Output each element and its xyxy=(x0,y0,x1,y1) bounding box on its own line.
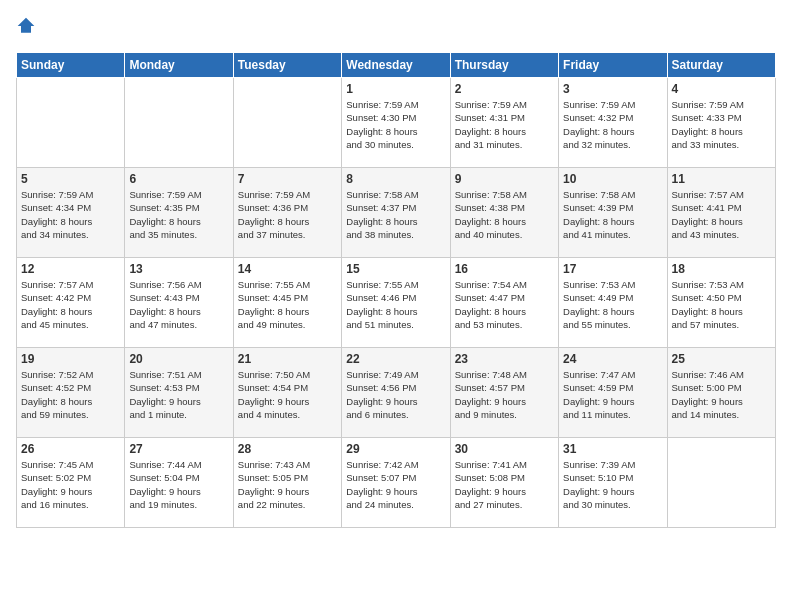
day-number: 11 xyxy=(672,172,771,186)
day-number: 7 xyxy=(238,172,337,186)
day-info: Sunrise: 7:49 AM Sunset: 4:56 PM Dayligh… xyxy=(346,368,445,421)
day-info: Sunrise: 7:55 AM Sunset: 4:45 PM Dayligh… xyxy=(238,278,337,331)
calendar-cell: 20Sunrise: 7:51 AM Sunset: 4:53 PM Dayli… xyxy=(125,348,233,438)
svg-marker-0 xyxy=(18,18,35,33)
day-number: 14 xyxy=(238,262,337,276)
day-number: 9 xyxy=(455,172,554,186)
calendar-cell xyxy=(233,78,341,168)
calendar-cell: 7Sunrise: 7:59 AM Sunset: 4:36 PM Daylig… xyxy=(233,168,341,258)
day-number: 26 xyxy=(21,442,120,456)
day-number: 12 xyxy=(21,262,120,276)
day-number: 8 xyxy=(346,172,445,186)
calendar-cell: 27Sunrise: 7:44 AM Sunset: 5:04 PM Dayli… xyxy=(125,438,233,528)
day-info: Sunrise: 7:59 AM Sunset: 4:33 PM Dayligh… xyxy=(672,98,771,151)
calendar-cell: 2Sunrise: 7:59 AM Sunset: 4:31 PM Daylig… xyxy=(450,78,558,168)
day-info: Sunrise: 7:59 AM Sunset: 4:35 PM Dayligh… xyxy=(129,188,228,241)
calendar-cell: 29Sunrise: 7:42 AM Sunset: 5:07 PM Dayli… xyxy=(342,438,450,528)
calendar-week-4: 19Sunrise: 7:52 AM Sunset: 4:52 PM Dayli… xyxy=(17,348,776,438)
calendar-cell: 26Sunrise: 7:45 AM Sunset: 5:02 PM Dayli… xyxy=(17,438,125,528)
day-number: 23 xyxy=(455,352,554,366)
day-number: 3 xyxy=(563,82,662,96)
calendar-cell: 24Sunrise: 7:47 AM Sunset: 4:59 PM Dayli… xyxy=(559,348,667,438)
day-info: Sunrise: 7:50 AM Sunset: 4:54 PM Dayligh… xyxy=(238,368,337,421)
day-number: 21 xyxy=(238,352,337,366)
logo-icon xyxy=(16,16,36,36)
day-info: Sunrise: 7:58 AM Sunset: 4:39 PM Dayligh… xyxy=(563,188,662,241)
logo xyxy=(16,16,40,40)
day-info: Sunrise: 7:59 AM Sunset: 4:34 PM Dayligh… xyxy=(21,188,120,241)
calendar-cell: 25Sunrise: 7:46 AM Sunset: 5:00 PM Dayli… xyxy=(667,348,775,438)
day-info: Sunrise: 7:56 AM Sunset: 4:43 PM Dayligh… xyxy=(129,278,228,331)
calendar-cell: 6Sunrise: 7:59 AM Sunset: 4:35 PM Daylig… xyxy=(125,168,233,258)
day-info: Sunrise: 7:59 AM Sunset: 4:32 PM Dayligh… xyxy=(563,98,662,151)
day-info: Sunrise: 7:52 AM Sunset: 4:52 PM Dayligh… xyxy=(21,368,120,421)
calendar-cell: 28Sunrise: 7:43 AM Sunset: 5:05 PM Dayli… xyxy=(233,438,341,528)
weekday-monday: Monday xyxy=(125,53,233,78)
calendar-table: SundayMondayTuesdayWednesdayThursdayFrid… xyxy=(16,52,776,528)
calendar-cell: 16Sunrise: 7:54 AM Sunset: 4:47 PM Dayli… xyxy=(450,258,558,348)
day-info: Sunrise: 7:54 AM Sunset: 4:47 PM Dayligh… xyxy=(455,278,554,331)
weekday-wednesday: Wednesday xyxy=(342,53,450,78)
day-number: 31 xyxy=(563,442,662,456)
calendar-cell: 14Sunrise: 7:55 AM Sunset: 4:45 PM Dayli… xyxy=(233,258,341,348)
weekday-sunday: Sunday xyxy=(17,53,125,78)
calendar-cell: 1Sunrise: 7:59 AM Sunset: 4:30 PM Daylig… xyxy=(342,78,450,168)
calendar-cell: 31Sunrise: 7:39 AM Sunset: 5:10 PM Dayli… xyxy=(559,438,667,528)
weekday-header-row: SundayMondayTuesdayWednesdayThursdayFrid… xyxy=(17,53,776,78)
day-number: 19 xyxy=(21,352,120,366)
calendar-week-3: 12Sunrise: 7:57 AM Sunset: 4:42 PM Dayli… xyxy=(17,258,776,348)
weekday-saturday: Saturday xyxy=(667,53,775,78)
day-number: 30 xyxy=(455,442,554,456)
weekday-friday: Friday xyxy=(559,53,667,78)
calendar-cell: 11Sunrise: 7:57 AM Sunset: 4:41 PM Dayli… xyxy=(667,168,775,258)
day-number: 6 xyxy=(129,172,228,186)
day-number: 29 xyxy=(346,442,445,456)
day-info: Sunrise: 7:51 AM Sunset: 4:53 PM Dayligh… xyxy=(129,368,228,421)
day-number: 28 xyxy=(238,442,337,456)
day-number: 27 xyxy=(129,442,228,456)
day-info: Sunrise: 7:41 AM Sunset: 5:08 PM Dayligh… xyxy=(455,458,554,511)
day-info: Sunrise: 7:46 AM Sunset: 5:00 PM Dayligh… xyxy=(672,368,771,421)
day-number: 13 xyxy=(129,262,228,276)
calendar-cell: 3Sunrise: 7:59 AM Sunset: 4:32 PM Daylig… xyxy=(559,78,667,168)
calendar-cell: 12Sunrise: 7:57 AM Sunset: 4:42 PM Dayli… xyxy=(17,258,125,348)
calendar-cell: 23Sunrise: 7:48 AM Sunset: 4:57 PM Dayli… xyxy=(450,348,558,438)
day-info: Sunrise: 7:44 AM Sunset: 5:04 PM Dayligh… xyxy=(129,458,228,511)
day-number: 4 xyxy=(672,82,771,96)
calendar-cell: 18Sunrise: 7:53 AM Sunset: 4:50 PM Dayli… xyxy=(667,258,775,348)
calendar-cell: 10Sunrise: 7:58 AM Sunset: 4:39 PM Dayli… xyxy=(559,168,667,258)
day-info: Sunrise: 7:53 AM Sunset: 4:50 PM Dayligh… xyxy=(672,278,771,331)
day-number: 1 xyxy=(346,82,445,96)
day-number: 24 xyxy=(563,352,662,366)
day-number: 15 xyxy=(346,262,445,276)
weekday-thursday: Thursday xyxy=(450,53,558,78)
day-number: 2 xyxy=(455,82,554,96)
day-number: 5 xyxy=(21,172,120,186)
day-info: Sunrise: 7:59 AM Sunset: 4:36 PM Dayligh… xyxy=(238,188,337,241)
day-number: 18 xyxy=(672,262,771,276)
calendar-cell: 4Sunrise: 7:59 AM Sunset: 4:33 PM Daylig… xyxy=(667,78,775,168)
day-info: Sunrise: 7:57 AM Sunset: 4:42 PM Dayligh… xyxy=(21,278,120,331)
calendar-cell: 19Sunrise: 7:52 AM Sunset: 4:52 PM Dayli… xyxy=(17,348,125,438)
calendar-cell: 22Sunrise: 7:49 AM Sunset: 4:56 PM Dayli… xyxy=(342,348,450,438)
calendar-cell: 8Sunrise: 7:58 AM Sunset: 4:37 PM Daylig… xyxy=(342,168,450,258)
calendar-cell: 13Sunrise: 7:56 AM Sunset: 4:43 PM Dayli… xyxy=(125,258,233,348)
day-info: Sunrise: 7:59 AM Sunset: 4:30 PM Dayligh… xyxy=(346,98,445,151)
day-number: 16 xyxy=(455,262,554,276)
calendar-cell xyxy=(125,78,233,168)
calendar-cell: 15Sunrise: 7:55 AM Sunset: 4:46 PM Dayli… xyxy=(342,258,450,348)
day-info: Sunrise: 7:58 AM Sunset: 4:37 PM Dayligh… xyxy=(346,188,445,241)
day-number: 25 xyxy=(672,352,771,366)
day-info: Sunrise: 7:42 AM Sunset: 5:07 PM Dayligh… xyxy=(346,458,445,511)
day-number: 22 xyxy=(346,352,445,366)
day-info: Sunrise: 7:48 AM Sunset: 4:57 PM Dayligh… xyxy=(455,368,554,421)
calendar-cell: 30Sunrise: 7:41 AM Sunset: 5:08 PM Dayli… xyxy=(450,438,558,528)
day-number: 20 xyxy=(129,352,228,366)
calendar-week-5: 26Sunrise: 7:45 AM Sunset: 5:02 PM Dayli… xyxy=(17,438,776,528)
calendar-week-1: 1Sunrise: 7:59 AM Sunset: 4:30 PM Daylig… xyxy=(17,78,776,168)
calendar-cell xyxy=(667,438,775,528)
day-info: Sunrise: 7:59 AM Sunset: 4:31 PM Dayligh… xyxy=(455,98,554,151)
day-info: Sunrise: 7:43 AM Sunset: 5:05 PM Dayligh… xyxy=(238,458,337,511)
calendar-cell: 9Sunrise: 7:58 AM Sunset: 4:38 PM Daylig… xyxy=(450,168,558,258)
calendar-week-2: 5Sunrise: 7:59 AM Sunset: 4:34 PM Daylig… xyxy=(17,168,776,258)
